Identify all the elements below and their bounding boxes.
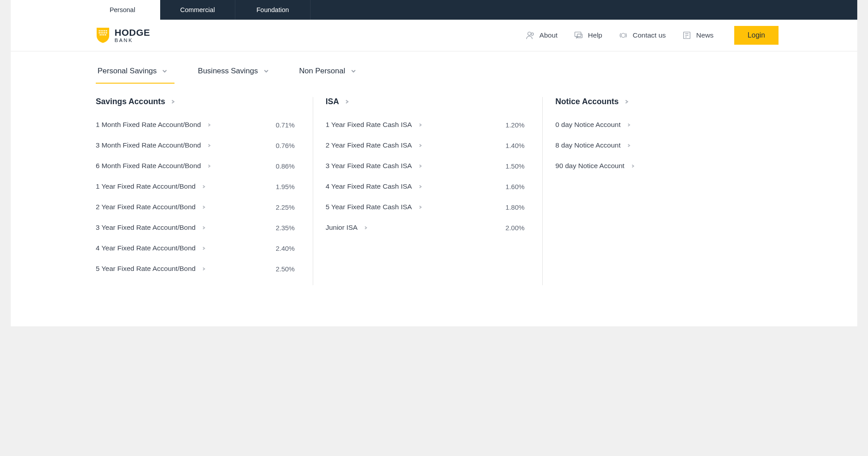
svg-point-11	[102, 34, 103, 36]
product-row[interactable]: 3 Year Fixed Rate Cash ISA1.50%	[326, 162, 525, 170]
svg-rect-17	[577, 34, 582, 38]
product-rate: 2.00%	[506, 224, 525, 232]
svg-point-8	[104, 32, 106, 34]
chevron-right-icon	[627, 121, 631, 129]
product-rate: 2.40%	[276, 245, 295, 252]
column-savings-accounts: Savings Accounts1 Month Fixed Rate Accou…	[96, 97, 313, 285]
shield-icon	[96, 27, 110, 44]
product-name: 3 Month Fixed Rate Account/Bond	[96, 141, 201, 149]
product-rate: 0.86%	[276, 162, 295, 170]
product-row[interactable]: 0 day Notice Account	[555, 121, 754, 129]
chevron-down-icon	[264, 68, 269, 74]
logo[interactable]: HODGE BANK	[96, 27, 150, 44]
svg-point-14	[528, 32, 531, 35]
top-tabs-fill	[311, 0, 857, 20]
sub-tab-personal-savings[interactable]: Personal Savings	[96, 60, 169, 84]
nav-news[interactable]: News	[682, 30, 714, 40]
login-button[interactable]: Login	[734, 26, 779, 45]
top-tab-personal[interactable]: Personal	[85, 0, 160, 20]
chevron-right-icon	[418, 162, 422, 170]
sub-tab-non-personal[interactable]: Non Personal	[298, 60, 358, 84]
svg-point-13	[105, 34, 106, 36]
top-tabs-spacer	[11, 0, 85, 20]
column-header[interactable]: Savings Accounts	[96, 97, 295, 106]
svg-point-18	[621, 33, 625, 37]
product-name: 5 Year Fixed Rate Account/Bond	[96, 265, 196, 273]
top-tab-label: Foundation	[256, 6, 289, 13]
sub-tab-label: Non Personal	[299, 67, 345, 76]
product-name: 6 Month Fixed Rate Account/Bond	[96, 162, 201, 170]
nav-contact[interactable]: Contact us	[618, 30, 666, 40]
headset-icon	[618, 30, 628, 40]
product-row[interactable]: 8 day Notice Account	[555, 141, 754, 149]
product-name: 8 day Notice Account	[555, 141, 621, 149]
product-row[interactable]: 5 Year Fixed Rate Account/Bond2.50%	[96, 265, 295, 273]
product-row[interactable]: 1 Year Fixed Rate Cash ISA1.20%	[326, 121, 525, 129]
chat-icon	[574, 30, 583, 40]
svg-point-10	[100, 34, 101, 36]
chevron-right-icon	[207, 121, 211, 129]
product-row[interactable]: 3 Year Fixed Rate Account/Bond2.35%	[96, 224, 295, 232]
product-name: 1 Month Fixed Rate Account/Bond	[96, 121, 201, 129]
product-name: 5 Year Fixed Rate Cash ISA	[326, 203, 412, 211]
chevron-right-icon	[170, 97, 175, 106]
column-header[interactable]: ISA	[326, 97, 525, 106]
top-tab-label: Personal	[110, 6, 135, 13]
product-rate: 1.95%	[276, 183, 295, 190]
svg-point-5	[99, 32, 100, 34]
column-title: Savings Accounts	[96, 97, 165, 106]
product-rate: 2.25%	[276, 203, 295, 211]
product-row[interactable]: 4 Year Fixed Rate Cash ISA1.60%	[326, 182, 525, 190]
chevron-right-icon	[624, 97, 629, 106]
logo-sub: BANK	[115, 38, 150, 43]
svg-point-1	[101, 30, 102, 32]
product-rate: 2.50%	[276, 265, 295, 273]
sub-tabs: Personal Savings Business Savings Non Pe…	[11, 60, 857, 84]
top-tab-commercial[interactable]: Commercial	[160, 0, 235, 20]
product-row[interactable]: 5 Year Fixed Rate Cash ISA1.80%	[326, 203, 525, 211]
nav-about[interactable]: About	[525, 30, 558, 40]
person-icon	[525, 30, 535, 40]
chevron-right-icon	[207, 141, 211, 149]
column-header[interactable]: Notice Accounts	[555, 97, 754, 106]
column-notice-accounts: Notice Accounts0 day Notice Account8 day…	[542, 97, 772, 285]
sub-tab-business-savings[interactable]: Business Savings	[196, 60, 270, 84]
chevron-down-icon	[162, 68, 167, 74]
product-row[interactable]: 90 day Notice Account	[555, 162, 754, 170]
product-row[interactable]: Junior ISA2.00%	[326, 224, 525, 232]
sub-tab-label: Personal Savings	[98, 67, 157, 76]
product-name: 90 day Notice Account	[555, 162, 624, 170]
product-row[interactable]: 1 Year Fixed Rate Account/Bond1.95%	[96, 182, 295, 190]
column-title: ISA	[326, 97, 339, 106]
svg-point-7	[102, 32, 104, 34]
chevron-right-icon	[202, 244, 206, 252]
top-tabs: Personal Commercial Foundation	[11, 0, 857, 20]
product-row[interactable]: 2 Year Fixed Rate Account/Bond2.25%	[96, 203, 295, 211]
product-name: 1 Year Fixed Rate Cash ISA	[326, 121, 412, 129]
svg-point-15	[531, 33, 533, 36]
chevron-right-icon	[631, 162, 635, 170]
product-row[interactable]: 6 Month Fixed Rate Account/Bond0.86%	[96, 162, 295, 170]
svg-point-9	[106, 32, 107, 34]
top-tab-foundation[interactable]: Foundation	[235, 0, 311, 20]
product-row[interactable]: 4 Year Fixed Rate Account/Bond2.40%	[96, 244, 295, 252]
chevron-right-icon	[418, 203, 422, 211]
product-rate: 1.20%	[506, 121, 525, 129]
product-row[interactable]: 1 Month Fixed Rate Account/Bond0.71%	[96, 121, 295, 129]
chevron-right-icon	[202, 224, 206, 232]
nav-help[interactable]: Help	[574, 30, 602, 40]
product-rate: 1.50%	[506, 162, 525, 170]
product-row[interactable]: 2 Year Fixed Rate Cash ISA1.40%	[326, 141, 525, 149]
product-name: Junior ISA	[326, 224, 358, 232]
chevron-right-icon	[345, 97, 349, 106]
login-label: Login	[748, 31, 765, 39]
product-rate: 1.80%	[506, 203, 525, 211]
chevron-right-icon	[418, 121, 422, 129]
nav-label: Help	[588, 31, 602, 39]
product-name: 2 Year Fixed Rate Account/Bond	[96, 203, 196, 211]
column-isa: ISA1 Year Fixed Rate Cash ISA1.20%2 Year…	[313, 97, 543, 285]
product-rate: 0.71%	[276, 121, 295, 129]
product-row[interactable]: 3 Month Fixed Rate Account/Bond0.76%	[96, 141, 295, 149]
news-icon	[682, 30, 692, 40]
logo-text: HODGE BANK	[115, 28, 150, 43]
